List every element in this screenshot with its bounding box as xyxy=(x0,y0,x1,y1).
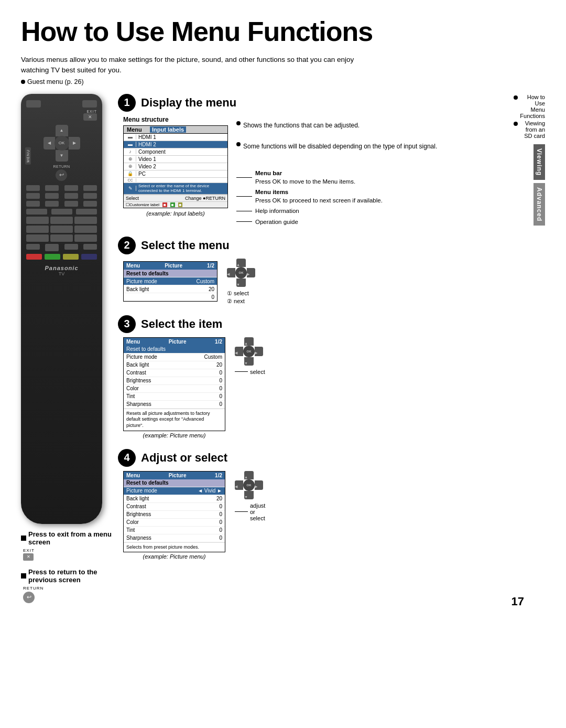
btn-a[interactable] xyxy=(26,244,40,250)
row-backlight3: Back light 20 xyxy=(124,361,225,369)
main-layout: MENU EXIT ✕ xyxy=(21,94,545,603)
dpad-right[interactable]: ▶ xyxy=(69,137,80,149)
exit-button-remote[interactable]: ✕ xyxy=(83,113,97,121)
btn-9[interactable] xyxy=(26,201,40,207)
btn-c[interactable] xyxy=(83,244,97,250)
num-7[interactable] xyxy=(26,234,49,242)
dpad-down[interactable]: ▼ xyxy=(56,150,68,162)
exit-mini-button[interactable]: ✕ xyxy=(23,553,34,561)
blue-btn[interactable] xyxy=(81,254,97,260)
btn-5[interactable] xyxy=(26,193,40,199)
btn-7[interactable] xyxy=(64,193,78,199)
row-backlight4: Back light 20 xyxy=(124,495,225,503)
return-mini-button[interactable]: ↩ xyxy=(23,592,35,603)
step3-tv-screen: Menu Picture 1/2 Reset to defaults Pictu… xyxy=(123,337,225,431)
callout-bullet1: Shows the functions that can be adjusted… xyxy=(236,121,437,130)
num-8[interactable] xyxy=(50,234,73,242)
ds-up2[interactable]: ▲ xyxy=(236,259,246,267)
footer-yellow: ■ xyxy=(178,202,183,207)
btn-11[interactable] xyxy=(64,201,78,207)
ds-down2[interactable]: ▼ xyxy=(236,279,246,287)
ds-down-arrow2: ▼ xyxy=(236,283,240,286)
num-5[interactable] xyxy=(50,226,73,233)
step4-title: Adjust or select xyxy=(141,451,227,465)
sidebar-bullets: How to Use Menu Functions Viewing from a… xyxy=(514,94,545,139)
step2-section: 2 Select the menu Menu Picture 1/2 Reset… xyxy=(118,237,540,305)
ds-up3[interactable]: ▲ xyxy=(244,337,254,346)
btn-row-4 xyxy=(26,244,97,251)
select-label3: select xyxy=(250,369,265,375)
menu-bar-callout: Menu bar Press OK to move to the Menu it… xyxy=(236,169,437,226)
num-4[interactable] xyxy=(26,226,49,233)
ds-right3[interactable]: ▶ xyxy=(255,347,263,356)
menu-row-hdmi1: ▬ HDMI 1 xyxy=(124,134,227,141)
btn-4[interactable] xyxy=(83,185,97,191)
ds-left4[interactable]: ◀ xyxy=(235,480,243,490)
btn-6[interactable] xyxy=(45,193,59,199)
return-mini-label: RETURN xyxy=(23,586,43,591)
left-remote-area: MENU EXIT ✕ xyxy=(21,94,113,603)
row-contrast4: Contrast 0 xyxy=(124,503,225,511)
down-arrow-icon: ▼ xyxy=(60,153,64,158)
or-label4: or xyxy=(250,509,265,515)
callout-line2 xyxy=(236,196,252,197)
step3-dpad: ▲ ▼ ◀ ▶ OK xyxy=(235,337,263,366)
ok-button[interactable]: OK xyxy=(55,136,69,151)
left-arrow-icon: ◀ xyxy=(48,141,51,145)
ds-left2[interactable]: ◀ xyxy=(227,268,235,277)
step4-number: 4 xyxy=(118,449,136,467)
ds-up4[interactable]: ▲ xyxy=(244,471,254,479)
btn-10[interactable] xyxy=(45,201,59,207)
ds-ok2[interactable]: OK xyxy=(235,267,247,279)
hdmi1-icon: ▬ xyxy=(126,134,136,140)
med-btn-3[interactable] xyxy=(76,209,97,215)
dpad-area: ▲ ▼ ◀ ▶ OK xyxy=(26,125,97,181)
select-label2: ① select xyxy=(227,290,249,297)
menu-diagram-header: Menu Input labels xyxy=(124,126,227,134)
step3-example: (example: Picture menu) xyxy=(123,432,225,438)
num-2[interactable] xyxy=(50,217,73,224)
step2-content: Menu Picture 1/2 Reset to defaults Pictu… xyxy=(118,259,540,305)
callout-text1: Shows the functions that can be adjusted… xyxy=(243,121,360,130)
yellow-btn[interactable] xyxy=(63,254,79,260)
step3-dpad-area: ▲ ▼ ◀ ▶ OK select xyxy=(235,337,265,375)
footer-customize: ☐Customize label ■ ■ ■ xyxy=(124,201,227,208)
num-0[interactable] xyxy=(45,244,59,251)
ds-left3[interactable]: ◀ xyxy=(235,347,243,356)
ds-down3[interactable]: ▼ xyxy=(244,357,254,366)
advanced-label: Advanced xyxy=(536,187,543,221)
num-1[interactable] xyxy=(26,217,49,224)
med-btn-1[interactable] xyxy=(26,209,47,215)
ds-up-arrow2: ▲ xyxy=(236,263,240,266)
step4-help-text: Selects from preset picture modes. xyxy=(124,542,225,552)
return-button[interactable]: ↩ xyxy=(56,169,67,181)
menu-footer: Select Change ●RETURN xyxy=(124,195,227,201)
btn-b[interactable] xyxy=(64,244,78,250)
dpad-up[interactable]: ▲ xyxy=(56,125,68,136)
num-9[interactable] xyxy=(74,234,97,242)
callout-line3 xyxy=(236,211,252,211)
num-6[interactable] xyxy=(74,226,97,233)
red-btn[interactable] xyxy=(26,254,42,260)
ds-right2[interactable]: ▶ xyxy=(247,268,255,277)
ds-ok4[interactable]: OK xyxy=(243,479,255,491)
btn-1[interactable] xyxy=(26,185,40,191)
btn-8[interactable] xyxy=(83,193,97,199)
ds-right4[interactable]: ▶ xyxy=(255,480,263,490)
top-right-btn[interactable] xyxy=(82,100,97,108)
med-btn-2[interactable] xyxy=(51,209,72,215)
ds-down4[interactable]: ▼ xyxy=(244,491,254,499)
ok-label: OK xyxy=(59,141,65,145)
btn-2[interactable] xyxy=(45,185,59,191)
footer-red: ■ xyxy=(162,202,167,207)
green-btn[interactable] xyxy=(45,254,60,260)
top-left-btn[interactable] xyxy=(26,100,41,108)
dpad-left[interactable]: ◀ xyxy=(43,137,55,149)
sidebar-advanced-tab: Advanced xyxy=(534,183,545,226)
btn-12[interactable] xyxy=(83,201,97,207)
menu-side-label: MENU xyxy=(25,147,31,165)
ds-ok3[interactable]: OK xyxy=(243,346,255,357)
btn-3[interactable] xyxy=(64,185,78,191)
x-icon: ✕ xyxy=(88,114,92,120)
num-3[interactable] xyxy=(74,217,97,224)
